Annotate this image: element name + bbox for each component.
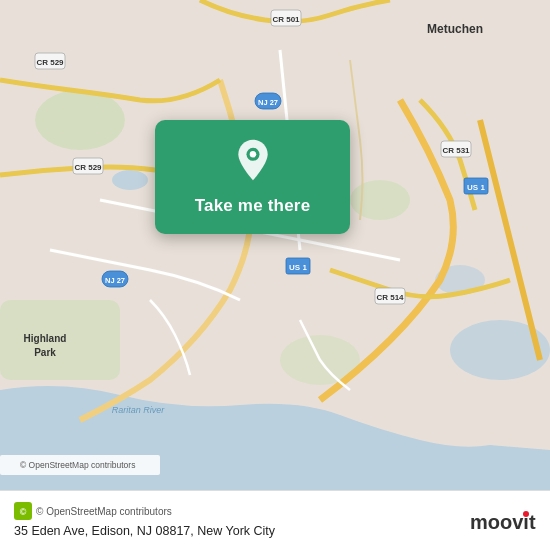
svg-text:Highland: Highland xyxy=(24,333,67,344)
svg-point-5 xyxy=(350,180,410,220)
map-container: CR 501 CR 529 CR 529 NJ 27 CR 531 US 1 U… xyxy=(0,0,550,490)
svg-text:NJ 27: NJ 27 xyxy=(258,98,278,107)
svg-text:CR 531: CR 531 xyxy=(442,146,470,155)
address-text: 35 Eden Ave, Edison, NJ 08817, New York … xyxy=(14,524,275,538)
openstreetmap-icon: © xyxy=(14,502,32,520)
attribution-row: © © OpenStreetMap contributors xyxy=(14,502,462,520)
svg-point-33 xyxy=(249,151,256,158)
svg-text:Metuchen: Metuchen xyxy=(427,22,483,36)
svg-text:Raritan River: Raritan River xyxy=(112,405,166,415)
svg-text:Park: Park xyxy=(34,347,56,358)
svg-text:NJ 27: NJ 27 xyxy=(105,276,125,285)
svg-text:US 1: US 1 xyxy=(289,263,307,272)
address-row: 35 Eden Ave, Edison, NJ 08817, New York … xyxy=(14,521,462,539)
bottom-bar: © © OpenStreetMap contributors 35 Eden A… xyxy=(0,490,550,550)
svg-text:©: © xyxy=(20,507,27,517)
map-svg: CR 501 CR 529 CR 529 NJ 27 CR 531 US 1 U… xyxy=(0,0,550,490)
svg-text:© OpenStreetMap contributors: © OpenStreetMap contributors xyxy=(20,460,135,470)
svg-text:US 1: US 1 xyxy=(467,183,485,192)
svg-text:CR 514: CR 514 xyxy=(376,293,404,302)
attribution-text: © OpenStreetMap contributors xyxy=(36,506,462,517)
location-pin-icon xyxy=(231,138,275,182)
moovit-logo-svg: moovit xyxy=(468,507,536,535)
location-card: Take me there xyxy=(155,120,350,234)
svg-point-37 xyxy=(523,511,529,517)
svg-point-2 xyxy=(112,170,148,190)
bottom-left-info: © © OpenStreetMap contributors 35 Eden A… xyxy=(14,502,462,539)
svg-text:CR 529: CR 529 xyxy=(74,163,102,172)
svg-text:CR 501: CR 501 xyxy=(272,15,300,24)
take-me-there-button[interactable]: Take me there xyxy=(187,192,319,220)
svg-text:CR 529: CR 529 xyxy=(36,58,64,67)
moovit-logo: moovit xyxy=(468,507,536,535)
svg-point-4 xyxy=(35,90,125,150)
